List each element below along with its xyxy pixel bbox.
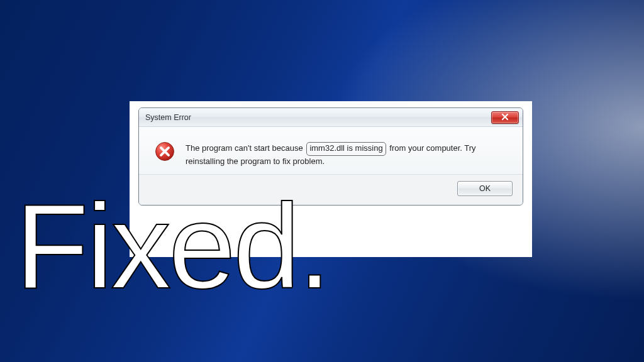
- message-prefix: The program can't start because: [186, 143, 303, 153]
- close-icon: [501, 112, 509, 123]
- outer-card: System Error: [130, 101, 532, 257]
- close-button[interactable]: [491, 111, 519, 124]
- ok-button[interactable]: OK: [457, 181, 513, 196]
- message-highlight: imm32.dll is missing: [306, 142, 386, 156]
- dialog-message: The program can't start because imm32.dl…: [186, 141, 508, 168]
- system-error-dialog: System Error: [138, 107, 523, 206]
- dialog-footer: OK: [139, 174, 523, 205]
- dialog-title: System Error: [145, 113, 191, 122]
- dialog-body: The program can't start because imm32.dl…: [139, 127, 523, 174]
- dialog-titlebar[interactable]: System Error: [139, 108, 523, 127]
- error-icon: [154, 141, 175, 162]
